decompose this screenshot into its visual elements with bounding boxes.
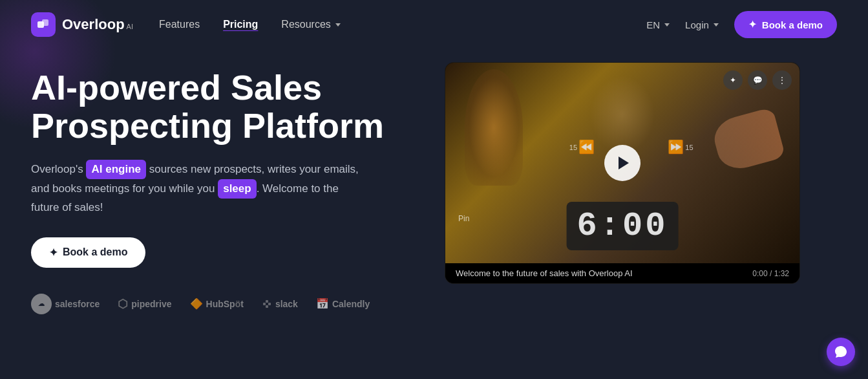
login-button[interactable]: Login: [685, 19, 719, 30]
chat-icon: [834, 345, 848, 359]
skip-backward-control[interactable]: 15⏪: [569, 139, 595, 155]
nav-links: Features Pricing Resources: [159, 19, 341, 30]
skip-forward-control[interactable]: ⏩15: [668, 139, 693, 155]
calendly-logo: 📅 Calendly: [316, 298, 370, 310]
svg-rect-2: [263, 303, 266, 305]
hero-section: AI-powered Sales Prospecting Platform Ov…: [31, 62, 406, 314]
ai-engine-badge: AI engine: [86, 160, 146, 179]
demo-star-icon: ✦: [748, 19, 757, 30]
comment-control-button[interactable]: 💬: [748, 70, 767, 90]
hero-subtitle: Overloop's AI engine sources new prospec…: [31, 160, 367, 217]
language-selector[interactable]: EN: [646, 19, 670, 30]
hubspot-logo: 🔶 HubSpöt: [190, 298, 244, 310]
lamp-decoration: [465, 69, 523, 186]
nav-book-demo-button[interactable]: ✦ Book a demo: [734, 11, 837, 38]
hero-title: AI-powered Sales Prospecting Platform: [31, 69, 406, 146]
integrations-row: ☁ salesforce ⬡ pipedrive 🔶 HubSpöt slack: [31, 294, 406, 314]
video-time: 0:00 / 1:32: [752, 269, 789, 278]
video-controls-top: ✦ 💬 ⋮: [723, 70, 792, 90]
slack-logo: slack: [262, 299, 298, 309]
salesforce-icon: ☁: [31, 294, 52, 314]
logo-text: OverloopAI: [62, 16, 133, 33]
play-button[interactable]: [604, 145, 640, 181]
clock-display: 6:00: [567, 202, 679, 250]
logo-icon: [31, 12, 56, 37]
more-control-button[interactable]: ⋮: [772, 70, 792, 90]
logo[interactable]: OverloopAI: [31, 12, 133, 37]
salesforce-logo: ☁ salesforce: [31, 294, 100, 314]
hero-book-demo-button[interactable]: ✦ Book a demo: [31, 237, 145, 268]
svg-rect-4: [266, 300, 268, 303]
hero-video-section: 6:00 15⏪ ⏩15: [445, 62, 837, 284]
resources-chevron-icon: [335, 23, 341, 27]
main-content: AI-powered Sales Prospecting Platform Ov…: [0, 49, 868, 314]
nav-resources[interactable]: Resources: [281, 19, 340, 30]
svg-rect-3: [268, 303, 271, 305]
pipedrive-logo: ⬡ pipedrive: [118, 297, 171, 311]
svg-rect-1: [42, 19, 48, 26]
nav-features[interactable]: Features: [159, 19, 200, 30]
chat-bubble-button[interactable]: [827, 338, 855, 366]
play-icon: [619, 157, 629, 169]
enhance-control-button[interactable]: ✦: [723, 70, 743, 90]
pin-label: Pin: [458, 214, 469, 223]
svg-rect-5: [266, 305, 268, 308]
hand-decoration: [710, 107, 785, 173]
nav-pricing[interactable]: Pricing: [223, 19, 258, 30]
video-container: 6:00 15⏪ ⏩15: [445, 62, 800, 284]
login-chevron-icon: [714, 23, 719, 27]
nav-left: OverloopAI Features Pricing Resources: [31, 12, 341, 37]
video-caption: Welcome to the future of sales with Over…: [456, 268, 633, 278]
video-caption-bar: Welcome to the future of sales with Over…: [445, 263, 799, 283]
video-thumbnail[interactable]: 6:00 15⏪ ⏩15: [445, 63, 799, 263]
hero-cta-star-icon: ✦: [49, 246, 58, 259]
sleep-badge: sleep: [218, 179, 256, 199]
lang-chevron-icon: [664, 23, 670, 27]
nav-right: EN Login ✦ Book a demo: [646, 11, 837, 38]
navigation: OverloopAI Features Pricing Resources EN…: [0, 0, 868, 49]
